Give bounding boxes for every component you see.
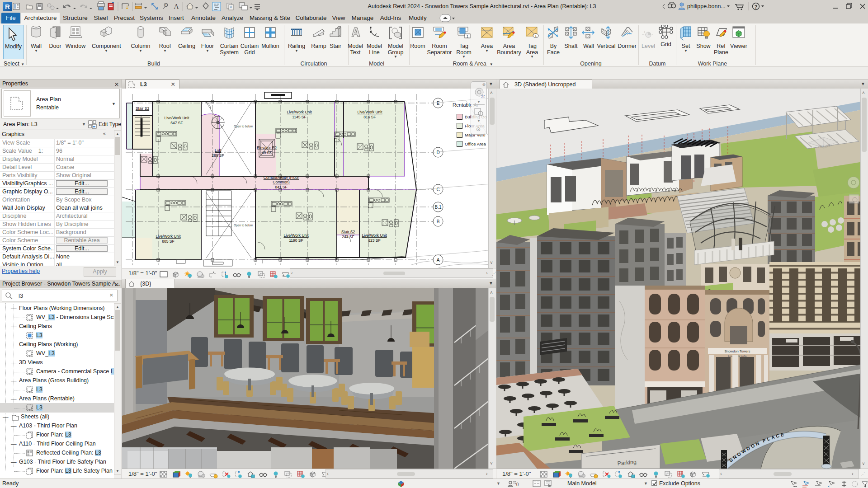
svg-text:49 SF: 49 SF [262,150,272,155]
svg-text:Live/Work Unit: Live/Work Unit [357,110,382,114]
svg-text:Live/Work Unit: Live/Work Unit [156,234,181,239]
svg-text:Live/Work Unit: Live/Work Unit [283,233,309,238]
svg-text:A: A [437,258,440,263]
svg-text:Stair S2: Stair S2 [341,230,355,234]
svg-text:1: 1 [644,31,646,33]
svg-text:647 SF: 647 SF [170,121,183,125]
svg-text:Common): Common) [273,180,289,184]
svg-text:885 SF: 885 SF [162,239,174,244]
svg-text:1: 1 [535,34,537,38]
svg-text:623 SF: 623 SF [368,238,380,243]
svg-text:289 SF: 289 SF [212,153,224,158]
svg-text:?: ? [755,4,758,9]
svg-text::0: :0 [515,482,519,487]
svg-text:Open to below: Open to below [234,125,253,128]
svg-text:Open to below: Open to below [234,224,253,227]
svg-text:Live/Work Unit: Live/Work Unit [287,110,312,114]
svg-text:244 SF: 244 SF [342,235,354,239]
svg-text:Live/Work Unit: Live/Work Unit [362,233,387,238]
svg-text:Snowdon Towers: Snowdon Towers [725,349,750,353]
svg-text:D: D [436,150,439,155]
svg-text:1145 SF: 1145 SF [292,115,307,119]
svg-text:841 SF: 841 SF [275,185,287,189]
svg-text:Loft: Loft [215,148,222,153]
svg-text:Corridor/Utility (Floor: Corridor/Utility (Floor [264,175,299,180]
svg-text:B.1: B.1 [434,205,441,210]
svg-text:Stair S2: Stair S2 [136,106,150,111]
svg-text:R: R [5,3,10,10]
svg-text:Live/Work Unit: Live/Work Unit [164,116,189,120]
svg-text:philippe.bonn...: philippe.bonn... [687,3,726,9]
svg-text:1: 1 [467,34,469,38]
svg-text:B: B [437,219,440,224]
svg-text:1190 SF: 1190 SF [289,238,303,243]
svg-text:E: E [437,101,440,106]
svg-text:816 SF: 816 SF [363,115,376,119]
svg-text:2D: 2D [481,94,485,99]
svg-text:C: C [436,187,439,192]
svg-text:Elevator E2: Elevator E2 [257,145,277,150]
